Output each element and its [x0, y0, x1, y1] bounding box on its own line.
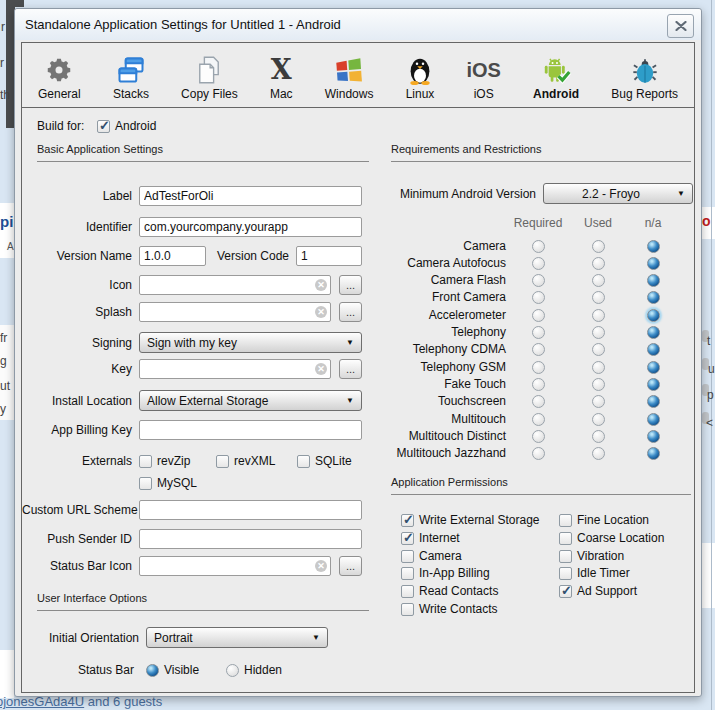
tab-copy-files[interactable]: Copy Files	[181, 51, 238, 101]
identifier-input[interactable]	[139, 217, 362, 237]
splash-input[interactable]	[139, 302, 331, 322]
key-input[interactable]	[139, 359, 331, 379]
platform-toolbar: GeneralStacksCopy FilesXMacWindowsLinuxi…	[22, 43, 694, 108]
camera-used-radio[interactable]	[592, 240, 605, 253]
status-bar-visible-radio[interactable]: Visible	[146, 659, 199, 681]
accelerometer-used-radio[interactable]	[592, 309, 605, 322]
front-camera-required-radio[interactable]	[532, 291, 545, 304]
multitouch-distinct-n-a-radio[interactable]	[647, 430, 660, 443]
checkbox[interactable]	[559, 532, 572, 545]
status-bar-icon-label: Status Bar Icon	[22, 555, 132, 577]
background-text-fragment: ut	[0, 379, 10, 393]
camera-autofocus-n-a-radio[interactable]	[647, 257, 660, 270]
external-revzip-checkbox[interactable]: revZip	[139, 450, 190, 472]
permission-ad-support-checkbox[interactable]: Ad Support	[559, 580, 637, 602]
telephony-cdma-used-radio[interactable]	[592, 343, 605, 356]
multitouch-distinct-required-radio[interactable]	[532, 430, 545, 443]
front-camera-used-radio[interactable]	[592, 291, 605, 304]
clear-icon[interactable]: ✕	[315, 560, 327, 572]
checkbox[interactable]	[401, 585, 414, 598]
multitouch-required-radio[interactable]	[532, 413, 545, 426]
status-bar-icon-browse-button[interactable]: ...	[339, 556, 362, 576]
tab-bug-reports[interactable]: Bug Reports	[611, 51, 678, 101]
checkbox[interactable]	[559, 550, 572, 563]
checkbox[interactable]	[559, 514, 572, 527]
background-text-fragment: p	[707, 388, 714, 402]
status-bar-icon-input[interactable]	[139, 556, 331, 576]
accelerometer-required-radio[interactable]	[532, 309, 545, 322]
icon-input[interactable]	[139, 275, 331, 295]
tab-label: Bug Reports	[611, 87, 678, 101]
fake-touch-required-radio[interactable]	[532, 378, 545, 391]
camera-flash-required-radio[interactable]	[532, 274, 545, 287]
touchscreen-n-a-radio[interactable]	[647, 395, 660, 408]
multitouch-jazzhand-used-radio[interactable]	[592, 447, 605, 460]
app-billing-key-label: App Billing Key	[22, 419, 132, 441]
telephony-gsm-n-a-radio[interactable]	[647, 361, 660, 374]
tab-android[interactable]: Android	[533, 51, 579, 101]
multitouch-n-a-radio[interactable]	[647, 413, 660, 426]
permission-write-contacts-checkbox[interactable]: Write Contacts	[401, 598, 497, 620]
permission-label: Coarse Location	[577, 531, 664, 545]
tab-linux[interactable]: Linux	[406, 51, 435, 101]
permission-label: Vibration	[577, 549, 624, 563]
camera-flash-n-a-radio[interactable]	[647, 274, 660, 287]
label-input[interactable]	[139, 186, 362, 206]
multitouch-used-radio[interactable]	[592, 413, 605, 426]
checkbox[interactable]	[401, 603, 414, 616]
splash-label: Splash	[22, 301, 132, 323]
telephony-required-radio[interactable]	[532, 326, 545, 339]
fake-touch-used-radio[interactable]	[592, 378, 605, 391]
telephony-n-a-radio[interactable]	[647, 326, 660, 339]
checkbox[interactable]	[559, 585, 572, 598]
telephony-cdma-n-a-radio[interactable]	[647, 343, 660, 356]
checkbox[interactable]	[401, 532, 414, 545]
checkbox[interactable]	[559, 567, 572, 580]
checkbox[interactable]	[401, 550, 414, 563]
tab-mac[interactable]: XMac	[270, 51, 293, 101]
fake-touch-n-a-radio[interactable]	[647, 378, 660, 391]
basic-settings-section-header: Basic Application Settings	[37, 143, 369, 162]
telephony-gsm-used-radio[interactable]	[592, 361, 605, 374]
mac-icon: X	[271, 51, 292, 85]
push-sender-id-input[interactable]	[139, 529, 362, 549]
external-mysql-checkbox[interactable]: MySQL	[139, 472, 197, 494]
multitouch-jazzhand-n-a-radio[interactable]	[647, 447, 660, 460]
telephony-used-radio[interactable]	[592, 326, 605, 339]
tab-general[interactable]: General	[38, 51, 81, 101]
multitouch-jazzhand-required-radio[interactable]	[532, 447, 545, 460]
camera-flash-used-radio[interactable]	[592, 274, 605, 287]
camera-autofocus-required-radio[interactable]	[532, 257, 545, 270]
min-android-version-dropdown[interactable]: 2.2 - Froyo▼	[543, 183, 693, 204]
camera-autofocus-used-radio[interactable]	[592, 257, 605, 270]
tab-ios[interactable]: iOSiOS	[466, 51, 500, 101]
status-bar-hidden-radio[interactable]: Hidden	[226, 659, 282, 681]
background-text-fragment: A	[7, 241, 14, 252]
front-camera-n-a-radio[interactable]	[647, 291, 660, 304]
external-revxml-checkbox[interactable]: revXML	[216, 450, 275, 472]
build-for-option-label: Android	[115, 119, 156, 133]
linux-icon	[407, 51, 433, 85]
checkbox[interactable]	[97, 120, 110, 133]
telephony-cdma-required-radio[interactable]	[532, 343, 545, 356]
custom-url-scheme-input[interactable]	[139, 500, 362, 520]
camera-required-radio[interactable]	[532, 240, 545, 253]
tab-stacks[interactable]: Stacks	[113, 51, 149, 101]
touchscreen-used-radio[interactable]	[592, 395, 605, 408]
copy-files-icon	[195, 51, 223, 85]
telephony-gsm-required-radio[interactable]	[532, 361, 545, 374]
multitouch-distinct-used-radio[interactable]	[592, 430, 605, 443]
requirements-section-header: Requirements and Restrictions	[391, 143, 691, 162]
checkbox[interactable]	[401, 567, 414, 580]
touchscreen-required-radio[interactable]	[532, 395, 545, 408]
initial-orientation-dropdown[interactable]: Portrait▼	[146, 627, 328, 648]
accelerometer-n-a-radio[interactable]	[647, 309, 660, 322]
tab-windows[interactable]: Windows	[325, 51, 374, 101]
close-button[interactable]	[667, 14, 694, 38]
dialog-titlebar[interactable]: Standalone Application Settings for Unti…	[15, 9, 701, 40]
camera-n-a-radio[interactable]	[647, 240, 660, 253]
build-for-android-checkbox[interactable]: Android	[97, 115, 156, 137]
externals-label: Externals	[22, 450, 132, 472]
checkbox[interactable]	[401, 514, 414, 527]
permission-label: Write External Storage	[419, 513, 540, 527]
